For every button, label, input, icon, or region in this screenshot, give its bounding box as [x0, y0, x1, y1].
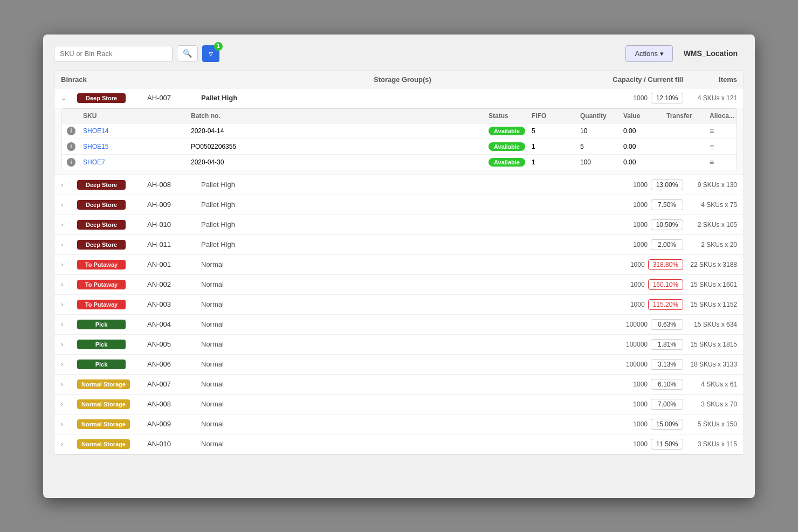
table-row: › Normal Storage AN-008 Normal 1000 7.00… — [54, 395, 744, 414]
row-code: AN-002 — [147, 280, 201, 288]
row-capacity-fill: 1000 7.00% — [618, 399, 683, 410]
row-capacity-fill: 1000 13.00% — [618, 179, 683, 190]
row-tag: Normal Storage — [77, 439, 147, 449]
sub-header-transfer: Transfer — [666, 112, 710, 120]
main-table: Binrack Storage Group(s) Capacity / Curr… — [54, 71, 744, 455]
chevron-right-icon[interactable]: › — [61, 301, 77, 308]
sub-table-header: SKU Batch no. Status FIFO Quantity Value… — [61, 109, 737, 123]
row-capacity-fill: 100000 1.81% — [618, 339, 683, 350]
chevron-right-icon[interactable]: › — [61, 440, 77, 448]
row-storage: Pallet High — [201, 220, 618, 229]
chevron-right-icon[interactable]: › — [61, 361, 77, 368]
sub-header-alloc: Alloca... — [710, 112, 731, 120]
row-menu-icon[interactable]: ≡ — [710, 127, 731, 135]
actions-button[interactable]: Actions ▾ — [625, 45, 672, 62]
table-row: › Normal Storage AN-009 Normal 1000 15.0… — [54, 414, 744, 434]
info-icon[interactable]: i — [67, 127, 75, 135]
row-tag: Pick — [77, 360, 147, 369]
actions-label: Actions ▾ — [635, 50, 663, 58]
sku-link[interactable]: SHOE7 — [83, 158, 191, 166]
sku-link[interactable]: SHOE15 — [83, 143, 191, 150]
row-capacity-fill: 1000 2.00% — [618, 239, 683, 250]
row-code: AN-005 — [147, 340, 201, 348]
chevron-right-icon[interactable]: › — [61, 341, 77, 348]
row-items: 2 SKUs x 20 — [683, 241, 737, 248]
table-header: Binrack Storage Group(s) Capacity / Curr… — [54, 71, 744, 88]
row-tag: Deep Store — [77, 220, 147, 230]
row-storage: Normal — [201, 440, 618, 448]
chevron-right-icon[interactable]: › — [61, 321, 77, 328]
rows-container: › Deep Store AH-008 Pallet High 1000 13.… — [54, 175, 744, 454]
table-row: › Deep Store AH-009 Pallet High 1000 7.5… — [54, 195, 744, 215]
row-items: 4 SKUs x 61 — [683, 381, 737, 388]
row-storage: Normal — [201, 280, 618, 288]
row-capacity-fill: 1000 11.50% — [618, 439, 683, 450]
row-items: 15 SKUs x 1815 — [683, 341, 737, 348]
filter-button[interactable]: 1 ▿ — [202, 45, 219, 62]
chevron-right-icon[interactable]: › — [61, 201, 77, 209]
sub-table-row: i SHOE7 2020-04-30 Available 1 100 0.00 … — [61, 155, 737, 170]
chevron-right-icon[interactable]: › — [61, 400, 77, 408]
row-items: 5 SKUs x 150 — [683, 420, 737, 428]
row-items: 18 SKUs x 3133 — [683, 361, 737, 368]
search-box[interactable] — [54, 46, 173, 61]
search-button[interactable]: 🔍 — [177, 45, 198, 61]
binrack-row-expanded: ⌄ Deep Store AH-007 Pallet High 1000 12.… — [54, 88, 744, 108]
storage-group: Pallet High — [201, 94, 618, 102]
row-items: 15 SKUs x 1152 — [683, 301, 737, 308]
sub-table-row: i SHOE15 PO0502206355 Available 1 5 0.00… — [61, 139, 737, 155]
chevron-right-icon[interactable]: › — [61, 241, 77, 248]
status-badge: Available — [489, 127, 525, 135]
fifo-val: 1 — [532, 143, 580, 150]
row-code: AN-003 — [147, 300, 201, 308]
row-menu-icon[interactable]: ≡ — [710, 142, 731, 151]
row-storage: Pallet High — [201, 181, 618, 189]
chevron-right-icon[interactable]: › — [61, 261, 77, 268]
row-items: 3 SKUs x 70 — [683, 400, 737, 408]
search-input[interactable] — [60, 50, 167, 58]
chevron-right-icon[interactable]: › — [61, 181, 77, 189]
row-capacity-fill: 1000 10.50% — [618, 219, 683, 230]
row-code: AH-010 — [147, 220, 201, 229]
row-tag: Deep Store — [77, 180, 147, 190]
row-items: 22 SKUs x 3188 — [683, 261, 737, 268]
chevron-right-icon[interactable]: › — [61, 381, 77, 388]
row-storage: Normal — [201, 300, 618, 308]
row-capacity-fill: 100000 3.13% — [618, 359, 683, 370]
row-capacity-fill: 100000 0.63% — [618, 319, 683, 330]
items-count: 4 SKUs x 121 — [683, 94, 737, 102]
table-row: › Normal Storage AN-007 Normal 1000 6.10… — [54, 375, 744, 395]
row-items: 15 SKUs x 1601 — [683, 281, 737, 288]
row-tag: Normal Storage — [77, 419, 147, 429]
row-tag: Deep Store — [77, 240, 147, 250]
chevron-right-icon[interactable]: › — [61, 281, 77, 288]
table-row: › Pick AN-006 Normal 100000 3.13% 18 SKU… — [54, 355, 744, 375]
sub-table: SKU Batch no. Status FIFO Quantity Value… — [61, 108, 737, 170]
row-code: AN-001 — [147, 260, 201, 268]
header-items: Items — [683, 75, 737, 84]
sku-link[interactable]: SHOE14 — [83, 127, 191, 135]
chevron-right-icon[interactable]: › — [61, 221, 77, 229]
row-menu-icon[interactable]: ≡ — [710, 158, 731, 167]
batch-no: PO0502206355 — [191, 143, 299, 150]
table-row: › Pick AN-004 Normal 100000 0.63% 15 SKU… — [54, 315, 744, 335]
qty-val: 5 — [580, 143, 623, 150]
table-row: › Deep Store AH-008 Pallet High 1000 13.… — [54, 175, 744, 195]
chevron-right-icon[interactable]: › — [61, 420, 77, 428]
chevron-down-icon[interactable]: ⌄ — [61, 94, 77, 102]
value-val: 0.00 — [623, 158, 666, 166]
row-tag: To Putaway — [77, 300, 147, 309]
info-icon[interactable]: i — [67, 158, 75, 167]
info-icon[interactable]: i — [67, 142, 75, 151]
header-capacity: Capacity / Current fill — [589, 75, 683, 84]
tag-deep-store: Deep Store — [77, 93, 147, 103]
row-capacity-fill: 1000 15.00% — [618, 419, 683, 430]
value-val: 0.00 — [623, 143, 666, 150]
table-row: › To Putaway AN-003 Normal 1000 115.20% … — [54, 295, 744, 315]
binrack-code: AH-007 — [147, 94, 201, 102]
qty-val: 100 — [580, 158, 623, 166]
row-items: 4 SKUs x 75 — [683, 201, 737, 209]
fifo-val: 1 — [532, 158, 580, 166]
row-storage: Normal — [201, 320, 618, 328]
row-storage: Normal — [201, 420, 618, 428]
